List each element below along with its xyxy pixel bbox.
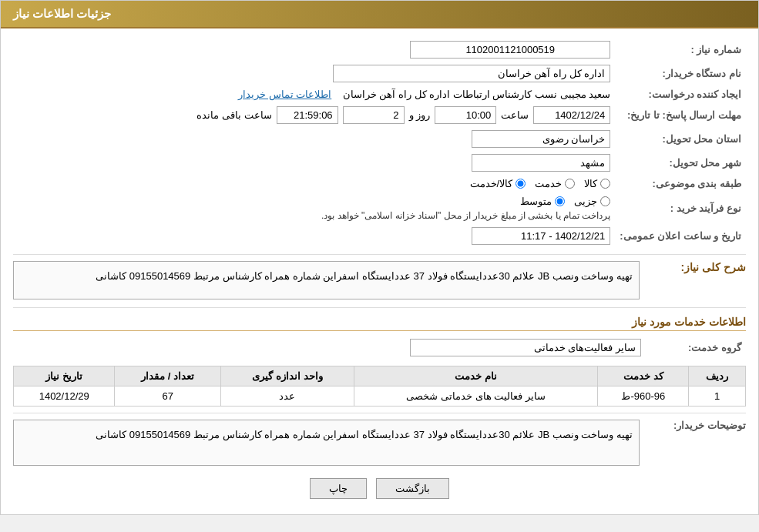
category-option-kala[interactable]: کالا xyxy=(584,178,610,189)
page-title: جزئیات اطلاعات نیاز xyxy=(13,7,111,20)
print-button[interactable]: چاپ xyxy=(310,478,367,499)
services-group-value: سایر فعالیت‌های خدماتی xyxy=(410,339,641,356)
page-header: جزئیات اطلاعات نیاز xyxy=(1,1,758,28)
cell-code: 960-96-ط xyxy=(598,386,689,407)
category-radio-kala[interactable] xyxy=(600,179,610,189)
cell-unit: عدد xyxy=(220,386,354,407)
category-option-khedmat[interactable]: خدمت xyxy=(535,178,575,189)
col-header-code: کد خدمت xyxy=(598,366,689,386)
province-label: استان محل تحویل: xyxy=(615,127,746,151)
process-option-motavaset[interactable]: متوسط xyxy=(520,196,565,207)
table-row: 1 960-96-ط سایر فعالیت های خدماتی شخصی ع… xyxy=(14,386,746,407)
process-radio-jozi[interactable] xyxy=(600,196,610,206)
buyer-org-value: اداره کل راه آهن خراسان xyxy=(333,65,610,82)
category-label-kala: کالا xyxy=(584,178,597,189)
city-label: شهر محل تحویل: xyxy=(615,151,746,175)
cell-qty: 67 xyxy=(115,386,220,407)
cell-name: سایر فعالیت های خدماتی شخصی xyxy=(354,386,598,407)
col-header-row: ردیف xyxy=(689,366,746,386)
services-table: ردیف کد خدمت نام خدمت واحد اندازه گیری ت… xyxy=(13,366,746,407)
buyer-org-label: نام دستگاه خریدار: xyxy=(615,62,746,85)
announce-date-label: تاریخ و ساعت اعلان عمومی: xyxy=(615,224,746,248)
announce-date-value: 1402/12/21 - 11:17 xyxy=(472,227,610,245)
info-table: شماره نیاز : 1102001121000519 نام دستگاه… xyxy=(13,38,746,248)
button-row: بازگشت چاپ xyxy=(13,478,746,499)
category-radio-group: کالا خدمت کالا/خدمت xyxy=(18,178,610,189)
category-radio-kala-khedmat[interactable] xyxy=(516,179,526,189)
services-section-title: اطلاعات خدمات مورد نیاز xyxy=(13,316,746,331)
category-label-khedmat: خدمت xyxy=(535,178,562,189)
category-label: طبقه بندی موضوعی: xyxy=(615,175,746,192)
need-description-text: تهیه وساخت ونصب JB علائم 30عددایستگاه فو… xyxy=(13,261,640,299)
need-description-label: شرح کلی نیاز: xyxy=(646,261,746,273)
process-label: نوع فرآیند خرید : xyxy=(615,192,746,224)
process-label-motavaset: متوسط xyxy=(520,196,552,207)
cell-date: 1402/12/29 xyxy=(14,386,115,407)
creator-value: سعید مجیبی نسب کارشناس ارتباطات اداره کل… xyxy=(343,89,611,100)
buyer-notes-label: توضیحات خریدار: xyxy=(646,420,746,431)
buyer-notes-text: تهیه وساخت ونصب JB علائم 30عددایستگاه فو… xyxy=(13,420,640,466)
services-group-table: گروه خدمت: سایر فعالیت‌های خدماتی xyxy=(13,336,746,360)
services-group-label: گروه خدمت: xyxy=(646,336,746,360)
col-header-qty: تعداد / مقدار xyxy=(115,366,220,386)
process-label-jozi: جزیی xyxy=(574,196,597,207)
process-radio-group: جزیی متوسط xyxy=(18,196,610,207)
deadline-remaining-label: ساعت باقی مانده xyxy=(196,109,271,121)
category-radio-khedmat[interactable] xyxy=(565,179,575,189)
cell-row: 1 xyxy=(689,386,746,407)
col-header-date: تاریخ نیاز xyxy=(14,366,115,386)
deadline-remaining: 21:59:06 xyxy=(277,106,338,124)
category-option-kala-khedmat[interactable]: کالا/خدمت xyxy=(470,178,526,189)
need-number-value: 1102001121000519 xyxy=(410,41,610,59)
process-radio-motavaset[interactable] xyxy=(555,196,565,206)
deadline-date: 1402/12/24 xyxy=(533,106,610,124)
back-button[interactable]: بازگشت xyxy=(376,478,449,499)
province-value: خراسان رضوی xyxy=(472,130,610,148)
deadline-days: 2 xyxy=(343,106,405,124)
need-number-label: شماره نیاز : xyxy=(615,38,746,62)
creator-label: ایجاد کننده درخواست: xyxy=(615,85,746,103)
process-option-jozi[interactable]: جزیی xyxy=(574,196,610,207)
deadline-time-label: ساعت xyxy=(501,109,529,121)
category-label-kala-khedmat: کالا/خدمت xyxy=(470,178,513,189)
deadline-label: مهلت ارسال پاسخ: تا تاریخ: xyxy=(615,103,746,127)
col-header-name: نام خدمت xyxy=(354,366,598,386)
deadline-time: 10:00 xyxy=(435,106,496,124)
process-note: پرداخت تمام یا بخشی از مبلغ خریدار از مح… xyxy=(18,210,610,221)
creator-link[interactable]: اطلاعات تماس خریدار xyxy=(238,89,331,100)
col-header-unit: واحد اندازه گیری xyxy=(220,366,354,386)
deadline-day-label: روز و xyxy=(409,109,431,121)
city-value: مشهد xyxy=(472,154,610,172)
